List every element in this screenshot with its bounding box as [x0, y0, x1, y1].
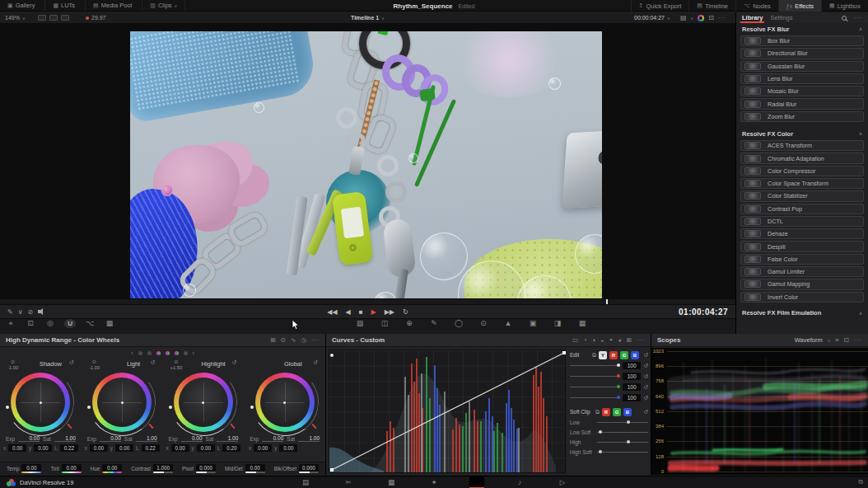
scope-header-icon[interactable]: ⊡ [844, 336, 849, 344]
toolbar-icon[interactable]: ◨ [552, 319, 563, 327]
fx-item[interactable]: Radial Blur [740, 98, 864, 109]
more-options-icon[interactable]: ··· [854, 15, 862, 21]
fx-item[interactable]: Color Space Transform [740, 178, 864, 189]
wheel-arc-handle[interactable] [169, 406, 172, 409]
fx-item[interactable]: Mosaic Blur [740, 86, 864, 96]
curve-mode-icon[interactable]: ⊞ [627, 336, 632, 344]
fx-item[interactable]: False Color [740, 254, 864, 265]
transport-tool-icon[interactable]: ⊘ [28, 308, 34, 316]
single-viewer-icon[interactable] [38, 15, 46, 21]
curve-mode-icon[interactable]: ◕ [618, 336, 622, 344]
l-value[interactable]: 0.22 [60, 444, 78, 452]
toolbar-icon[interactable]: ⊙ [478, 319, 489, 327]
curve-graph[interactable] [329, 350, 566, 473]
reset-icon[interactable]: ↺ [231, 359, 236, 366]
channel-button[interactable]: B [623, 408, 632, 416]
channel-slider[interactable] [570, 387, 620, 387]
toolbar-icon[interactable]: ⌖ [5, 319, 16, 328]
panel-header-icon[interactable]: ∿ [291, 336, 296, 344]
clip-slider[interactable] [597, 442, 648, 443]
sat-value[interactable]: 1.00 [217, 435, 238, 442]
exp-value[interactable]: 0.00 [18, 435, 40, 442]
color-wheel-icon[interactable] [698, 15, 704, 21]
panel-header-icon[interactable]: ◷ [301, 336, 306, 344]
param-slider[interactable] [62, 472, 82, 473]
toolbar-icon[interactable]: ⌥ [84, 319, 96, 328]
param-slider[interactable] [299, 472, 319, 473]
wheel-arc-handle[interactable] [87, 406, 91, 409]
viewer-area[interactable] [0, 23, 735, 298]
channel-button[interactable]: Y [599, 351, 607, 359]
curve-mode-icon[interactable]: ◔ [583, 336, 587, 344]
project-manager-icon[interactable]: ⧉ [858, 478, 863, 486]
exp-value[interactable]: 0.00 [262, 435, 283, 442]
toolbar-icon[interactable]: ∪ [64, 319, 76, 328]
reset-icon[interactable]: ↺ [313, 359, 318, 366]
channel-value[interactable]: 100 [623, 394, 641, 401]
top-bar-button[interactable]: ↥ Quick Export [631, 0, 689, 12]
top-bar-button[interactable]: ▦ Lightbox [821, 0, 868, 12]
color-wheel[interactable] [11, 373, 70, 432]
panel-header-icon[interactable]: ⊞ [271, 336, 276, 344]
channel-value[interactable]: 100 [623, 362, 641, 369]
toolbar-icon[interactable]: ▣ [527, 319, 539, 327]
reset-icon[interactable]: ↺ [643, 409, 648, 415]
color-wheel[interactable] [255, 373, 315, 432]
reset-icon[interactable]: ↺ [643, 363, 648, 369]
reset-icon[interactable]: ↺ [151, 359, 156, 366]
clip-slider[interactable] [597, 422, 648, 423]
top-bar-button[interactable]: ▩ LUTs [45, 0, 86, 11]
fx-item[interactable]: Gamut Mapping [740, 279, 864, 289]
slider-handle[interactable] [627, 440, 630, 443]
y-value[interactable]: 0.00 [115, 444, 133, 452]
channel-button[interactable]: G [620, 351, 628, 359]
fx-item[interactable]: Despill [740, 241, 864, 251]
reset-icon[interactable]: ↺ [643, 384, 648, 391]
toolbar-icon[interactable]: ✎ [428, 319, 440, 327]
fx-item[interactable]: Zoom Blur [740, 111, 864, 122]
wheel-center-dot[interactable] [202, 401, 204, 404]
sat-value[interactable]: 1.00 [136, 435, 157, 442]
color-wheel[interactable] [92, 373, 152, 432]
page-button[interactable] [469, 476, 484, 488]
x-value[interactable]: 0.00 [8, 444, 26, 452]
param-value[interactable]: 0.00 [62, 464, 82, 472]
curve-mode-icon[interactable]: ◑ [592, 336, 596, 344]
more-options-icon[interactable]: ··· [637, 337, 645, 343]
transport-button[interactable]: ▶▶ [385, 308, 394, 316]
channel-slider[interactable] [570, 397, 620, 398]
top-bar-button[interactable]: ƒx Effects [778, 0, 821, 12]
fx-item[interactable]: Contrast Pop [740, 204, 864, 214]
expand-icon[interactable]: ⊡ [708, 14, 714, 21]
page-dot[interactable] [156, 351, 161, 355]
param-value[interactable]: 0.00 [102, 464, 122, 472]
toolbar-icon[interactable]: ◯ [453, 319, 464, 327]
x-value[interactable]: 0.00 [171, 444, 189, 452]
param-value[interactable]: 0.00 [245, 464, 265, 472]
y-value[interactable]: 0.00 [34, 444, 52, 452]
channel-slider[interactable] [570, 365, 620, 366]
fx-item[interactable]: Gaussian Blur [740, 61, 864, 72]
fx-item[interactable]: Dehaze [740, 228, 864, 239]
more-options-icon[interactable]: ··· [311, 337, 320, 343]
page-dot[interactable] [147, 351, 152, 355]
param-slider[interactable] [153, 472, 173, 473]
link-channels-icon[interactable]: ⧉ [592, 352, 596, 359]
fx-item[interactable]: Color Compressor [740, 166, 864, 176]
channel-button[interactable]: R [602, 408, 610, 416]
wheel-center-dot[interactable] [40, 401, 42, 404]
param-value[interactable]: 1.000 [153, 464, 173, 472]
fx-item[interactable]: Invert Color [740, 292, 864, 303]
more-options-icon[interactable]: ··· [718, 15, 726, 21]
curve-point[interactable] [562, 351, 566, 354]
sat-value[interactable]: 1.00 [54, 435, 76, 442]
top-bar-button[interactable]: ▥ Clips ∨ [142, 0, 185, 11]
fx-item[interactable]: Gamut Limiter [740, 266, 864, 277]
color-wheel[interactable] [174, 373, 233, 432]
page-button[interactable]: ▤ [298, 476, 313, 488]
exp-value[interactable]: 0.00 [100, 435, 121, 442]
toolbar-icon[interactable]: ▦ [576, 319, 588, 327]
channel-slider[interactable] [570, 376, 620, 377]
x-value[interactable]: 0.00 [254, 444, 272, 452]
toolbar-icon[interactable]: ⊕ [404, 319, 415, 327]
